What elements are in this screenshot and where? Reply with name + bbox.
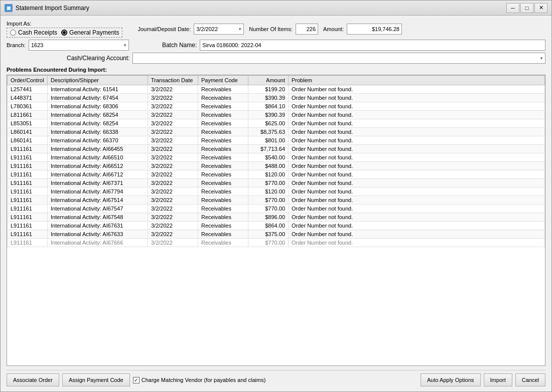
minimize-button[interactable]: ─ xyxy=(506,3,519,13)
cell-date: 3/2/2022 xyxy=(148,230,198,239)
cell-payment-code: Receivables xyxy=(198,119,248,128)
clearing-account-wrapper: ▼ xyxy=(132,53,545,64)
import-button[interactable]: Import xyxy=(484,373,512,386)
table-row[interactable]: L911161 International Activity: AI67631 … xyxy=(8,222,545,230)
batch-name-input[interactable]: Sirva 0186000: 2022-04 xyxy=(200,40,545,51)
table-row[interactable]: L911161 International Activity: AI66510 … xyxy=(8,153,545,162)
table-row[interactable]: L860141 International Activity: 66338 3/… xyxy=(8,128,545,136)
table-row[interactable]: L811661 International Activity: 68254 3/… xyxy=(8,111,545,119)
auto-apply-options-button[interactable]: Auto Apply Options xyxy=(421,373,481,386)
branch-select-wrapper: 1623 ▼ xyxy=(29,40,129,51)
table-row[interactable]: L257441 International Activity: 61541 3/… xyxy=(8,85,545,94)
cell-problem: Order Number not found. xyxy=(289,102,545,111)
bottom-left-actions: Associate Order Assign Payment Code ✓ Ch… xyxy=(7,373,265,386)
table-row[interactable]: L911161 International Activity: AI67514 … xyxy=(8,196,545,205)
col-header-date: Transaction Date xyxy=(148,76,198,85)
cell-order: L911161 xyxy=(8,222,48,230)
cell-date: 3/2/2022 xyxy=(148,187,198,196)
cell-date: 3/2/2022 xyxy=(148,196,198,205)
table-row[interactable]: L911161 International Activity: AI67633 … xyxy=(8,230,545,239)
associate-order-button[interactable]: Associate Order xyxy=(7,373,59,386)
window-title: Statement Import Summary xyxy=(16,5,89,12)
cell-payment-code: Receivables xyxy=(198,162,248,170)
cell-description: International Activity: AI67514 xyxy=(48,196,148,205)
cell-description: International Activity: 68306 xyxy=(48,102,148,111)
table-row[interactable]: L853051 International Activity: 68254 3/… xyxy=(8,119,545,128)
cell-description: International Activity: AI67548 xyxy=(48,213,148,222)
radio-cash-outer xyxy=(10,30,16,36)
cell-amount: $770.00 xyxy=(248,239,289,247)
radio-cash-receipts[interactable]: Cash Receipts xyxy=(10,29,57,36)
close-button[interactable]: ✕ xyxy=(534,3,547,13)
cell-amount: $896.00 xyxy=(248,213,289,222)
cell-date: 3/2/2022 xyxy=(148,205,198,213)
problems-table-container[interactable]: Order/Control Description/Shipper Transa… xyxy=(7,75,545,366)
problems-label: Problems Encountered During Import: xyxy=(7,67,545,73)
cell-amount: $488.00 xyxy=(248,162,289,170)
cell-payment-code: Receivables xyxy=(198,102,248,111)
table-row[interactable]: L780361 International Activity: 68306 3/… xyxy=(8,102,545,111)
table-row[interactable]: L911161 International Activity: AI67547 … xyxy=(8,205,545,213)
table-row[interactable]: L911161 International Activity: AI66455 … xyxy=(8,145,545,153)
charge-matching-vendor-checkbox-group[interactable]: ✓ Charge Matching Vendor (for payables a… xyxy=(133,377,266,383)
cell-amount: $770.00 xyxy=(248,205,289,213)
cell-problem: Order Number not found. xyxy=(289,170,545,179)
cell-amount: $770.00 xyxy=(248,196,289,205)
cell-description: International Activity: 61541 xyxy=(48,85,148,94)
amount-input[interactable]: $19,746.28 xyxy=(347,24,402,35)
table-row[interactable]: L911161 International Activity: AI67794 … xyxy=(8,187,545,196)
cell-amount: $864.00 xyxy=(248,222,289,230)
cell-date: 3/2/2022 xyxy=(148,153,198,162)
cell-date: 3/2/2022 xyxy=(148,162,198,170)
cell-order: L911161 xyxy=(8,187,48,196)
table-row[interactable]: L448371 International Activity: 67454 3/… xyxy=(8,94,545,102)
cell-date: 3/2/2022 xyxy=(148,222,198,230)
cell-description: International Activity: AI67794 xyxy=(48,187,148,196)
num-items-label: Number Of Items: xyxy=(249,26,293,32)
cell-date: 3/2/2022 xyxy=(148,213,198,222)
cell-problem: Order Number not found. xyxy=(289,162,545,170)
radio-general-label: General Payments xyxy=(69,29,119,36)
cell-payment-code: Receivables xyxy=(198,239,248,247)
cell-order: L860141 xyxy=(8,128,48,136)
cell-amount: $375.00 xyxy=(248,230,289,239)
cell-problem: Order Number not found. xyxy=(289,213,545,222)
col-header-description: Description/Shipper xyxy=(48,76,148,85)
cell-order: L257441 xyxy=(8,85,48,94)
bottom-right-actions: Auto Apply Options Import Cancel xyxy=(421,373,545,386)
cell-problem: Order Number not found. xyxy=(289,239,545,247)
table-row[interactable]: L860141 International Activity: 66370 3/… xyxy=(8,136,545,145)
cell-description: International Activity: AI67547 xyxy=(48,205,148,213)
num-items-input[interactable]: 226 xyxy=(296,24,318,35)
table-header-row: Order/Control Description/Shipper Transa… xyxy=(8,76,545,85)
table-row[interactable]: L911161 International Activity: AI66512 … xyxy=(8,162,545,170)
cell-problem: Order Number not found. xyxy=(289,111,545,119)
cell-amount: $540.00 xyxy=(248,153,289,162)
cell-payment-code: Receivables xyxy=(198,170,248,179)
assign-payment-code-button[interactable]: Assign Payment Code xyxy=(62,373,130,386)
table-row[interactable]: L911161 International Activity: AI67666 … xyxy=(8,239,545,247)
clearing-account-input[interactable] xyxy=(132,53,545,64)
table-row[interactable]: L911161 International Activity: AI66712 … xyxy=(8,170,545,179)
cell-payment-code: Receivables xyxy=(198,153,248,162)
branch-label: Branch: xyxy=(7,42,26,48)
branch-input[interactable]: 1623 xyxy=(29,40,129,51)
cell-order: L911161 xyxy=(8,179,48,187)
table-row[interactable]: L911161 International Activity: AI67548 … xyxy=(8,213,545,222)
cell-payment-code: Receivables xyxy=(198,179,248,187)
cell-date: 3/2/2022 xyxy=(148,145,198,153)
cell-date: 3/2/2022 xyxy=(148,128,198,136)
cell-payment-code: Receivables xyxy=(198,94,248,102)
col-header-problem: Problem xyxy=(289,76,545,85)
cell-date: 3/2/2022 xyxy=(148,94,198,102)
journal-date-input[interactable] xyxy=(194,24,244,35)
maximize-button[interactable]: □ xyxy=(520,3,533,13)
cell-amount: $8,375.63 xyxy=(248,128,289,136)
table-row[interactable]: L911161 International Activity: AI67371 … xyxy=(8,179,545,187)
charge-matching-checkbox[interactable]: ✓ xyxy=(133,377,140,383)
radio-general-payments[interactable]: General Payments xyxy=(61,29,119,36)
cancel-button[interactable]: Cancel xyxy=(515,373,545,386)
cell-payment-code: Receivables xyxy=(198,222,248,230)
cell-amount: $199.20 xyxy=(248,85,289,94)
cell-order: L911161 xyxy=(8,145,48,153)
